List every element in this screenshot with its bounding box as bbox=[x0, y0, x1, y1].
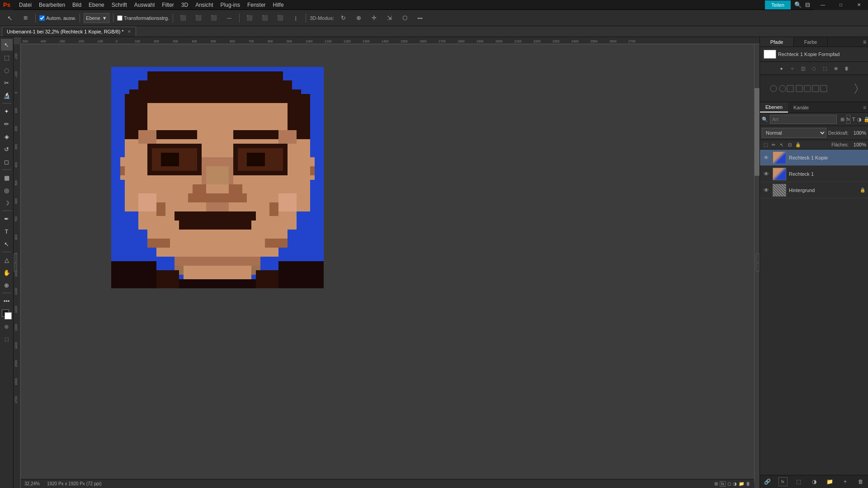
eraser-tool[interactable]: ◻ bbox=[1, 156, 13, 168]
layer-lock-btn[interactable]: 🔒 bbox=[863, 115, 868, 124]
text-tool[interactable]: T bbox=[1, 225, 13, 237]
dodge-tool[interactable]: ☽ bbox=[1, 197, 13, 209]
paths-panel-icon-1[interactable]: ≡ bbox=[863, 39, 866, 45]
layer-visibility-3[interactable]: 👁 bbox=[763, 187, 770, 194]
bottom-icon-1[interactable]: ⊞ bbox=[714, 481, 718, 486]
layer-menu-icon[interactable]: ≡ bbox=[863, 104, 866, 111]
lock-artboard-btn[interactable]: ⊡ bbox=[786, 141, 793, 148]
menu-bild[interactable]: Bild bbox=[69, 1, 85, 9]
move-tool-icon[interactable]: ↖ bbox=[4, 12, 16, 24]
transform-checkbox-label[interactable]: Transformationsstrg. bbox=[117, 15, 169, 21]
fx-icon[interactable]: fx bbox=[720, 481, 726, 487]
align-right-icon[interactable]: ⬛ bbox=[208, 12, 220, 24]
align-vmid-icon[interactable]: ⬛ bbox=[259, 12, 271, 24]
autom-checkbox-label[interactable]: Autom. ausw. bbox=[39, 15, 76, 21]
tab-farbe[interactable]: Farbe bbox=[794, 37, 828, 47]
left-panel-collapse[interactable]: ‹ bbox=[14, 253, 17, 272]
background-color[interactable] bbox=[5, 312, 12, 319]
3d-orbit-icon[interactable]: ↻ bbox=[337, 12, 349, 24]
add-mask-btn[interactable]: ⊕ bbox=[831, 64, 840, 73]
add-adjustment-btn[interactable]: ◑ bbox=[810, 477, 819, 486]
menu-plugins[interactable]: Plug-ins bbox=[217, 1, 244, 9]
move-tool[interactable]: ↖ bbox=[1, 39, 13, 51]
extras-icon[interactable]: ••• bbox=[414, 12, 426, 24]
bottom-icon-2[interactable]: ◻ bbox=[727, 481, 731, 486]
screen-mode-tool[interactable]: ⬚ bbox=[1, 333, 13, 345]
add-group-btn[interactable]: 📁 bbox=[825, 477, 834, 486]
selection-tool[interactable]: ⬚ bbox=[1, 52, 13, 63]
3d-slide-icon[interactable]: ⇲ bbox=[383, 12, 396, 24]
more-tools[interactable]: ••• bbox=[1, 295, 13, 307]
gradient-tool[interactable]: ▦ bbox=[1, 172, 13, 183]
menu-ansicht[interactable]: Ansicht bbox=[192, 1, 217, 9]
align-bottom-icon[interactable]: ⬛ bbox=[274, 12, 287, 24]
select-path-tool[interactable]: ↖ bbox=[1, 238, 13, 250]
menu-auswahl[interactable]: Auswahl bbox=[131, 1, 158, 9]
delete-path-btn[interactable]: 🗑 bbox=[842, 64, 851, 73]
menu-bearbeiten[interactable]: Bearbeiten bbox=[35, 1, 69, 9]
share-button[interactable]: Teilen bbox=[765, 0, 791, 9]
v-scrollbar-thumb[interactable] bbox=[755, 88, 760, 176]
lasso-tool[interactable]: ◌ bbox=[1, 64, 13, 76]
layer-item-hintergrund[interactable]: 👁 Hintergrund 🔒 bbox=[760, 182, 868, 198]
autom-checkbox[interactable] bbox=[39, 15, 45, 21]
history-brush-tool[interactable]: ↺ bbox=[1, 143, 13, 155]
lock-transparent-btn[interactable]: ⬚ bbox=[762, 141, 769, 148]
align-top-icon[interactable]: ⬛ bbox=[243, 12, 256, 24]
right-panel-collapse[interactable]: › bbox=[756, 253, 760, 272]
add-style-btn[interactable]: fx bbox=[778, 477, 788, 486]
new-layer-btn[interactable]: + bbox=[841, 477, 850, 486]
3d-pan-icon[interactable]: ✛ bbox=[368, 12, 380, 24]
crop-tool[interactable]: ✂ bbox=[1, 77, 13, 89]
bottom-icon-4[interactable]: 📁 bbox=[739, 481, 744, 486]
shape-tool[interactable]: △ bbox=[1, 254, 13, 266]
link-layers-btn[interactable]: 🔗 bbox=[763, 477, 772, 486]
menu-hilfe[interactable]: Hilfe bbox=[269, 1, 288, 9]
align-vspace-icon[interactable]: | bbox=[289, 12, 302, 24]
menu-filter[interactable]: Filter bbox=[158, 1, 178, 9]
heal-tool[interactable]: ✦ bbox=[1, 105, 13, 117]
bottom-icon-5[interactable]: 🗑 bbox=[746, 481, 750, 486]
blend-mode-select[interactable]: Normal bbox=[762, 128, 826, 138]
align-left-icon[interactable]: ⬛ bbox=[177, 12, 189, 24]
ebene-dropdown[interactable]: Ebene ▼ bbox=[84, 13, 109, 23]
transform-checkbox[interactable] bbox=[117, 15, 123, 21]
hand-tool[interactable]: ✋ bbox=[1, 267, 13, 278]
menu-ebene[interactable]: Ebene bbox=[85, 1, 108, 9]
load-selection-btn[interactable]: ◫ bbox=[799, 64, 808, 73]
make-mask-btn[interactable]: ◌ bbox=[810, 64, 819, 73]
tab-close-icon[interactable]: ✕ bbox=[127, 29, 131, 34]
delete-layer-btn[interactable]: 🗑 bbox=[856, 477, 865, 486]
zoom-tool[interactable]: ⊕ bbox=[1, 279, 13, 291]
new-path-btn[interactable]: ⬚ bbox=[821, 64, 830, 73]
stamp-tool[interactable]: ◈ bbox=[1, 131, 13, 142]
minimize-button[interactable]: — bbox=[814, 0, 832, 10]
transform-tool-icon[interactable]: ⊞ bbox=[19, 12, 32, 24]
lock-pixels-btn[interactable]: ✏ bbox=[770, 141, 777, 148]
layer-visibility-1[interactable]: 👁 bbox=[763, 154, 770, 161]
blur-tool[interactable]: ◎ bbox=[1, 184, 13, 196]
menu-datei[interactable]: Datei bbox=[15, 1, 35, 9]
pen-tool[interactable]: ✒ bbox=[1, 213, 13, 225]
quick-mask-tool[interactable]: ◎ bbox=[1, 320, 13, 332]
lock-all-btn[interactable]: 🔒 bbox=[794, 141, 802, 148]
menu-schrift[interactable]: Schrift bbox=[108, 1, 131, 9]
layer-search-input[interactable] bbox=[770, 115, 837, 124]
align-spacer-icon[interactable]: — bbox=[223, 12, 236, 24]
layer-item-rechteck-1-kopie[interactable]: 👁 Rechteck 1 Kopie bbox=[760, 150, 868, 166]
fill-path-btn[interactable]: ● bbox=[777, 64, 786, 73]
adobe-logo[interactable]: Ps bbox=[0, 0, 14, 10]
add-mask-layer-btn[interactable]: ⬚ bbox=[794, 477, 803, 486]
3d-roll-icon[interactable]: ⊕ bbox=[352, 12, 365, 24]
tab-ebenen[interactable]: Ebenen bbox=[760, 102, 788, 113]
layer-fx-btn[interactable]: fx bbox=[846, 115, 850, 124]
lock-position-btn[interactable]: ↖ bbox=[778, 141, 785, 148]
tab-kanale[interactable]: Kanäle bbox=[788, 102, 814, 113]
search-icon[interactable]: 🔍 bbox=[794, 1, 802, 8]
3d-scale-icon[interactable]: ⬡ bbox=[398, 12, 411, 24]
menu-fenster[interactable]: Fenster bbox=[244, 1, 269, 9]
maximize-button[interactable]: □ bbox=[832, 0, 850, 10]
menu-3d[interactable]: 3D bbox=[178, 1, 192, 9]
close-button[interactable]: ✕ bbox=[850, 0, 868, 10]
path-item-1[interactable]: Rechteck 1 Kopie Formpfad bbox=[762, 49, 866, 60]
